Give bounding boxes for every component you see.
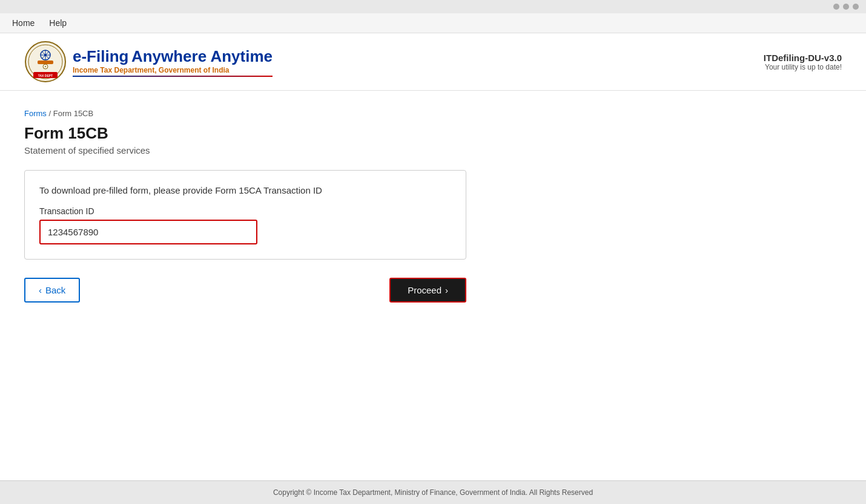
title-bar — [0, 0, 866, 13]
proceed-chevron-icon: › — [445, 285, 448, 295]
page-title: Form 15CB — [24, 124, 842, 143]
proceed-label: Proceed — [408, 285, 441, 295]
footer-text: Copyright © Income Tax Department, Minis… — [273, 488, 593, 497]
buttons-row: ‹ Back Proceed › — [24, 278, 466, 303]
svg-point-12 — [45, 66, 46, 67]
proceed-button[interactable]: Proceed › — [389, 278, 466, 303]
breadcrumb-forms[interactable]: Forms — [24, 109, 47, 118]
efiling-tagline: Anywhere Anytime — [131, 47, 273, 65]
efiling-subtitle: Income Tax Department, Government of Ind… — [73, 66, 273, 74]
card-instruction: To download pre-filled form, please prov… — [39, 185, 451, 195]
utility-status: Your utility is up to date! — [764, 63, 842, 71]
title-dot-3 — [853, 4, 859, 10]
header-underline — [73, 76, 273, 77]
back-button[interactable]: ‹ Back — [24, 278, 80, 303]
svg-text:TAX DEPT: TAX DEPT — [38, 74, 53, 77]
utility-info: ITDefiling-DU-v3.0 Your utility is up to… — [764, 53, 842, 71]
breadcrumb-current: Form 15CB — [53, 109, 93, 118]
efiling-logo-label: e-Filing — [73, 47, 128, 65]
svg-rect-8 — [38, 61, 53, 64]
transaction-card: To download pre-filled form, please prov… — [24, 170, 466, 260]
page-subtitle: Statement of specified services — [24, 145, 842, 155]
nav-home[interactable]: Home — [12, 18, 35, 28]
breadcrumb-separator: / — [48, 109, 51, 118]
breadcrumb: Forms / Form 15CB — [24, 109, 842, 118]
title-dot-2 — [843, 4, 849, 10]
main-content: Forms / Form 15CB Form 15CB Statement of… — [0, 91, 866, 480]
transaction-id-input[interactable] — [39, 220, 257, 244]
transaction-id-label: Transaction ID — [39, 206, 451, 216]
footer: Copyright © Income Tax Department, Minis… — [0, 480, 866, 504]
back-label: Back — [45, 285, 65, 295]
header: TAX DEPT e-Filing Anywhere Anytime Incom… — [0, 33, 866, 91]
logo-emblem: TAX DEPT — [24, 41, 67, 83]
utility-version: ITDefiling-DU-v3.0 — [764, 53, 842, 63]
top-nav: Home Help — [0, 13, 866, 33]
back-chevron-icon: ‹ — [39, 285, 42, 295]
title-dot-1 — [833, 4, 839, 10]
nav-help[interactable]: Help — [49, 18, 67, 28]
logo-text: e-Filing Anywhere Anytime Income Tax Dep… — [73, 47, 273, 77]
logo-section: TAX DEPT e-Filing Anywhere Anytime Incom… — [24, 41, 273, 83]
